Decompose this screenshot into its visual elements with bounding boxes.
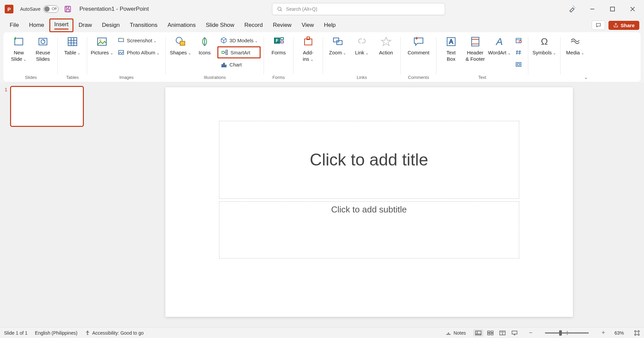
tab-insert[interactable]: Insert xyxy=(49,18,74,32)
new-slide-button[interactable]: New Slide xyxy=(7,34,30,62)
textbox-button[interactable]: A Text Box xyxy=(440,34,463,62)
addins-button[interactable]: Add- ins xyxy=(297,34,320,62)
date-icon xyxy=(515,37,522,44)
search-icon xyxy=(277,6,283,12)
reading-view-button[interactable] xyxy=(497,329,507,337)
accessibility-status[interactable]: Accessibility: Good to go xyxy=(85,330,144,336)
object-button[interactable] xyxy=(512,58,525,70)
svg-rect-6 xyxy=(610,7,614,11)
autosave-control[interactable]: AutoSave Off xyxy=(20,5,59,13)
comment-icon xyxy=(413,35,425,48)
link-button[interactable]: Link xyxy=(351,34,373,56)
fit-to-window-button[interactable] xyxy=(634,330,640,336)
chart-button[interactable]: Chart xyxy=(217,58,261,70)
link-label: Link xyxy=(355,50,369,56)
zoom-in-button[interactable]: + xyxy=(599,329,607,336)
tab-review[interactable]: Review xyxy=(268,19,297,31)
group-illustrations: Shapes Icons 3D Models SmartArt Chart Il… xyxy=(166,34,264,82)
svg-line-55 xyxy=(517,50,517,54)
shapes-button[interactable]: Shapes xyxy=(169,34,192,56)
action-icon xyxy=(380,35,392,48)
notes-icon xyxy=(445,331,451,335)
cube-icon xyxy=(220,37,227,44)
reuse-slides-button[interactable]: Reuse Slides xyxy=(32,34,54,62)
tab-home[interactable]: Home xyxy=(24,19,49,31)
save-icon[interactable] xyxy=(64,5,71,13)
tab-design[interactable]: Design xyxy=(97,19,125,31)
collapse-ribbon-icon[interactable]: ⌄ xyxy=(584,75,588,80)
subtitle-placeholder[interactable]: Click to add subtitle xyxy=(219,201,519,258)
table-button[interactable]: Table xyxy=(61,34,84,56)
svg-rect-42 xyxy=(337,41,342,45)
pictures-button[interactable]: Pictures xyxy=(91,34,113,56)
shapes-label: Shapes xyxy=(170,50,191,56)
wordart-button[interactable]: A WordArt xyxy=(488,34,511,56)
tab-slideshow[interactable]: Slide Show xyxy=(201,19,239,31)
slide-number-button[interactable] xyxy=(512,46,525,58)
slideshow-view-button[interactable] xyxy=(509,329,520,337)
notes-button[interactable]: Notes xyxy=(445,330,466,336)
zoom-slider[interactable] xyxy=(545,332,589,334)
close-icon[interactable] xyxy=(629,5,637,13)
icons-button[interactable]: Icons xyxy=(193,34,216,56)
share-button[interactable]: Share xyxy=(608,21,639,30)
action-button[interactable]: Action xyxy=(375,34,397,56)
slide-thumbnail-pane[interactable]: 1 xyxy=(0,83,94,327)
forms-button[interactable]: F Forms xyxy=(267,34,290,56)
normal-view-button[interactable] xyxy=(473,329,483,337)
tab-animations[interactable]: Animations xyxy=(162,19,201,31)
wordart-icon: A xyxy=(493,35,505,48)
group-links: Zoom Link Action Links xyxy=(323,34,401,82)
slide-canvas[interactable]: Click to add title Click to add subtitle xyxy=(165,87,573,317)
date-time-button[interactable] xyxy=(512,34,525,46)
comment-button[interactable]: Comment xyxy=(404,34,433,56)
group-comments-label: Comments xyxy=(408,74,429,82)
slide-counter[interactable]: Slide 1 of 1 xyxy=(4,330,28,336)
symbols-button[interactable]: Ω Symbols xyxy=(532,34,557,56)
minimize-icon[interactable] xyxy=(588,5,596,13)
svg-point-62 xyxy=(87,331,88,332)
subtitle-placeholder-text: Click to add subtitle xyxy=(331,204,407,215)
search-box[interactable]: Search (Alt+Q) xyxy=(272,3,445,15)
coming-soon-icon[interactable] xyxy=(568,5,576,13)
photo-album-button[interactable]: Photo Album xyxy=(115,46,162,58)
icons-label: Icons xyxy=(199,50,211,56)
comments-pane-button[interactable] xyxy=(592,20,605,30)
group-images: Pictures Screenshot Photo Album Images xyxy=(87,34,166,82)
tab-file[interactable]: File xyxy=(5,19,24,31)
thumbnail-number: 1 xyxy=(3,86,7,127)
screenshot-button[interactable]: Screenshot xyxy=(115,34,162,46)
photo-album-icon xyxy=(117,49,125,56)
zoom-out-button[interactable]: − xyxy=(527,329,535,336)
sorter-view-button[interactable] xyxy=(485,329,495,337)
smartart-button[interactable]: SmartArt xyxy=(217,46,261,58)
svg-rect-68 xyxy=(491,331,493,333)
smartart-icon xyxy=(221,49,228,56)
zoom-button[interactable]: Zoom xyxy=(326,34,349,56)
slide-canvas-area[interactable]: Click to add title Click to add subtitle xyxy=(94,83,644,327)
autosave-label: AutoSave xyxy=(20,6,41,12)
slide-thumbnail-1[interactable] xyxy=(10,86,84,127)
title-placeholder[interactable]: Click to add title xyxy=(219,121,519,199)
svg-point-20 xyxy=(99,39,101,41)
tab-view[interactable]: View xyxy=(297,19,319,31)
zoom-slider-thumb[interactable] xyxy=(559,330,562,336)
thumbnail-row[interactable]: 1 xyxy=(3,86,91,127)
tab-draw[interactable]: Draw xyxy=(73,19,97,31)
accessibility-icon xyxy=(85,330,90,336)
header-footer-button[interactable]: Header & Footer xyxy=(464,34,487,62)
screenshot-label: Screenshot xyxy=(127,38,157,43)
ribbon-tabs: File Home Insert Draw Design Transitions… xyxy=(0,18,644,32)
media-button[interactable]: Media xyxy=(564,34,587,56)
tab-record[interactable]: Record xyxy=(239,19,268,31)
workspace: 1 Click to add title Click to add subtit… xyxy=(0,83,644,327)
reuse-slides-icon xyxy=(37,35,49,48)
tab-help[interactable]: Help xyxy=(319,19,341,31)
maximize-icon[interactable] xyxy=(608,5,616,13)
zoom-level[interactable]: 63% xyxy=(614,330,624,336)
svg-point-3 xyxy=(278,7,281,10)
language-status[interactable]: English (Philippines) xyxy=(35,330,77,336)
tab-transitions[interactable]: Transitions xyxy=(125,19,163,31)
autosave-toggle[interactable]: Off xyxy=(43,5,59,13)
3d-models-button[interactable]: 3D Models xyxy=(217,34,261,46)
